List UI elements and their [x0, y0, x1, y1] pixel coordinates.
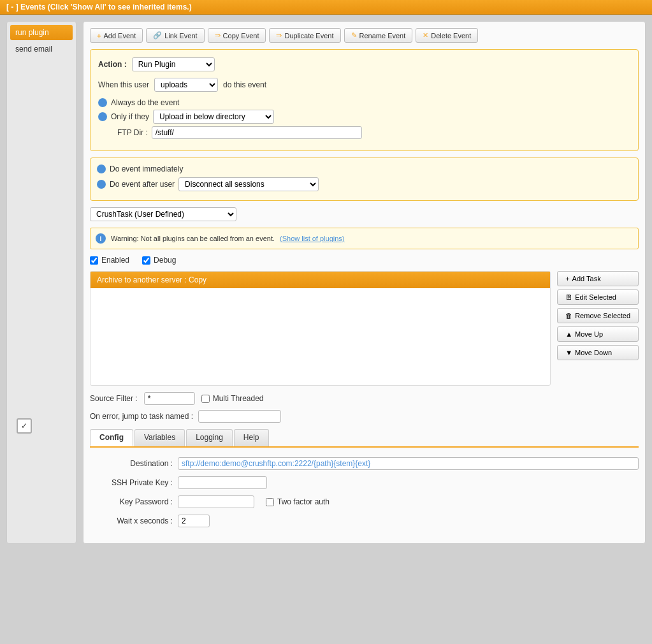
- copy-event-label: Copy Event: [223, 32, 259, 40]
- ftp-dir-input[interactable]: [152, 126, 362, 139]
- rename-icon: ✎: [351, 31, 357, 40]
- only-if-select[interactable]: Upload in below directory: [153, 110, 274, 124]
- destination-label: Destination :: [90, 459, 173, 468]
- action-select[interactable]: Run Plugin: [132, 57, 215, 71]
- check-mark-icon: ✓: [21, 421, 27, 430]
- do-this-label: do this event: [223, 80, 266, 89]
- plugin-select-row: CrushTask (User Defined): [90, 207, 639, 221]
- add-event-button[interactable]: + Add Event: [90, 28, 143, 43]
- warning-text: Warning: Not all plugins can be called f…: [111, 235, 275, 242]
- timing-panel: Do event immediately Do event after user…: [90, 157, 639, 201]
- enabled-checkbox[interactable]: [90, 256, 98, 265]
- task-buttons: + Add Task 🖹 Edit Selected 🗑 Remove Sele…: [557, 271, 639, 386]
- only-if-radio[interactable]: [98, 112, 107, 121]
- toolbar: + Add Event 🔗 Link Event ⇒ Copy Event ⇒ …: [90, 28, 639, 43]
- wait-input[interactable]: [178, 515, 210, 527]
- edit-selected-button[interactable]: 🖹 Edit Selected: [557, 289, 639, 305]
- show-list-link[interactable]: (Show list of plugins): [280, 235, 345, 242]
- move-down-button[interactable]: ▼ Move Down: [557, 345, 639, 360]
- error-input[interactable]: [198, 410, 281, 423]
- tab-help[interactable]: Help: [234, 429, 269, 446]
- two-factor-label: Two factor auth: [266, 497, 349, 506]
- move-up-label: Move Up: [575, 330, 603, 338]
- trash-icon: 🗑: [565, 312, 572, 319]
- link-event-label: Link Event: [164, 32, 197, 40]
- debug-label: Debug: [142, 256, 176, 265]
- task-item-label: Archive to another server : Copy: [97, 275, 206, 284]
- multi-threaded-label: Multi Threaded: [201, 394, 264, 403]
- multi-threaded-text: Multi Threaded: [213, 394, 264, 403]
- add-task-button[interactable]: + Add Task: [557, 271, 639, 286]
- sidebar-item-send-email-label: send email: [15, 45, 52, 54]
- delete-event-label: Delete Event: [431, 32, 471, 40]
- checkboxes-row: Enabled Debug: [90, 256, 639, 265]
- duplicate-event-button[interactable]: ⇒ Duplicate Event: [269, 28, 340, 43]
- after-user-label: Do event after user: [110, 180, 175, 189]
- two-factor-text: Two factor auth: [277, 497, 330, 506]
- key-password-label: Key Password :: [90, 497, 173, 506]
- plugin-select[interactable]: CrushTask (User Defined): [90, 207, 236, 221]
- delete-event-button[interactable]: ✕ Delete Event: [416, 28, 478, 43]
- config-content: Destination : SSH Private Key : Key Pass…: [90, 454, 639, 537]
- tasks-area: Archive to another server : Copy + Add T…: [90, 271, 639, 386]
- down-arrow-icon: ▼: [565, 349, 572, 356]
- duplicate-icon: ⇒: [276, 31, 282, 40]
- sidebar-item-run-plugin[interactable]: run plugin: [10, 25, 73, 40]
- edit-selected-label: Edit Selected: [575, 293, 616, 301]
- move-up-button[interactable]: ▲ Move Up: [557, 326, 639, 342]
- rename-event-button[interactable]: ✎ Rename Event: [344, 28, 413, 43]
- tab-variables[interactable]: Variables: [134, 429, 185, 446]
- enabled-label: Enabled: [90, 256, 129, 265]
- immediate-label: Do event immediately: [110, 165, 183, 173]
- side-check-badge[interactable]: ✓: [17, 418, 32, 434]
- copy-icon: ⇒: [215, 31, 221, 40]
- duplicate-event-label: Duplicate Event: [284, 32, 333, 40]
- filter-row: Source Filter : Multi Threaded: [90, 392, 639, 405]
- remove-selected-label: Remove Selected: [575, 312, 630, 319]
- move-down-label: Move Down: [575, 349, 612, 356]
- ssh-key-label: SSH Private Key :: [90, 478, 173, 487]
- immediate-radio[interactable]: [97, 165, 106, 173]
- top-bar: [ - ] Events (Click 'Show All' to see in…: [0, 0, 652, 15]
- rename-event-label: Rename Event: [359, 32, 406, 40]
- error-row: On error, jump to task named :: [90, 410, 639, 423]
- only-if-label: Only if they: [111, 112, 149, 121]
- always-radio[interactable]: [98, 98, 107, 107]
- destination-row: Destination :: [90, 457, 639, 470]
- link-event-button[interactable]: 🔗 Link Event: [146, 28, 204, 43]
- edit-icon: 🖹: [565, 293, 572, 301]
- tab-logging[interactable]: Logging: [186, 429, 233, 446]
- key-password-input[interactable]: [178, 495, 254, 508]
- wait-row: Wait x seconds :: [90, 515, 639, 527]
- action-panel: Action : Run Plugin When this user uploa…: [90, 49, 639, 151]
- source-filter-input[interactable]: [144, 392, 195, 405]
- up-arrow-icon: ▲: [565, 330, 572, 338]
- tab-config[interactable]: Config: [90, 429, 133, 446]
- source-filter-label: Source Filter :: [90, 394, 138, 403]
- sidebar-item-send-email[interactable]: send email: [10, 41, 73, 57]
- two-factor-checkbox[interactable]: [266, 498, 274, 506]
- ssh-key-row: SSH Private Key :: [90, 476, 639, 489]
- top-bar-label: [ - ] Events (Click 'Show All' to see in…: [6, 3, 192, 11]
- info-icon: i: [96, 233, 106, 244]
- task-item[interactable]: Archive to another server : Copy: [91, 272, 550, 288]
- delete-icon: ✕: [423, 31, 428, 40]
- wait-label: Wait x seconds :: [90, 516, 173, 525]
- task-list: Archive to another server : Copy: [90, 271, 551, 386]
- ssh-key-input[interactable]: [178, 476, 267, 489]
- always-label: Always do the event: [111, 98, 179, 107]
- destination-input[interactable]: [178, 457, 639, 470]
- after-user-select[interactable]: Disconnect all sessions: [178, 177, 319, 191]
- copy-event-button[interactable]: ⇒ Copy Event: [208, 28, 266, 43]
- error-label: On error, jump to task named :: [90, 412, 193, 421]
- sidebar-item-run-plugin-label: run plugin: [15, 28, 49, 37]
- after-user-radio[interactable]: [97, 180, 106, 189]
- tabs-bar: Config Variables Logging Help: [90, 429, 639, 448]
- multi-threaded-checkbox[interactable]: [201, 395, 210, 403]
- plus-icon: +: [97, 32, 101, 40]
- when-user-select[interactable]: uploads: [154, 78, 218, 92]
- ftp-dir-label: FTP Dir :: [117, 128, 148, 137]
- link-icon: 🔗: [153, 31, 162, 40]
- remove-selected-button[interactable]: 🗑 Remove Selected: [557, 308, 639, 323]
- debug-checkbox[interactable]: [142, 256, 150, 265]
